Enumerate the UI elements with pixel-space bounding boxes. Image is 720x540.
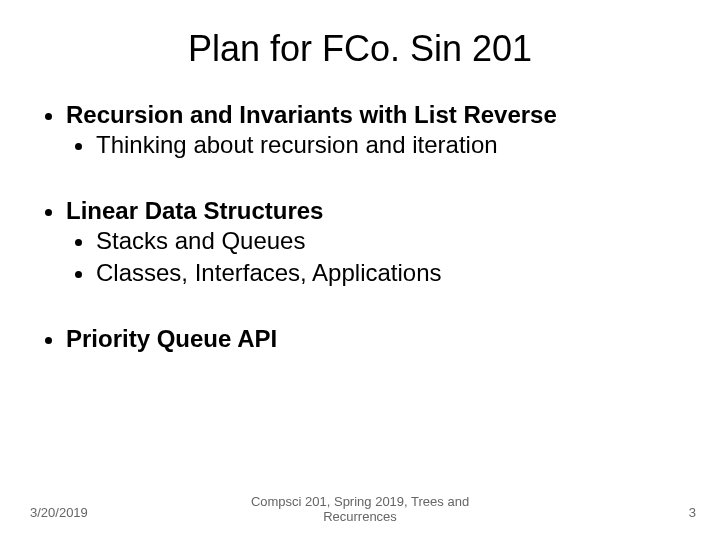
footer-date: 3/20/2019 bbox=[30, 505, 88, 520]
bullet-list: Recursion and Invariants with List Rever… bbox=[38, 100, 682, 354]
footer-center: Compsci 201, Spring 2019, Trees and Recu… bbox=[251, 494, 469, 524]
section-priority-queue: Priority Queue API bbox=[66, 324, 682, 354]
section-heading: Linear Data Structures bbox=[66, 197, 323, 224]
slide-title: Plan for FCo. Sin 201 bbox=[0, 0, 720, 90]
sub-list: Stacks and Queues Classes, Interfaces, A… bbox=[66, 226, 682, 288]
spacer bbox=[66, 294, 682, 324]
sub-list: Thinking about recursion and iteration bbox=[66, 130, 682, 160]
spacer bbox=[66, 166, 682, 196]
sub-item: Classes, Interfaces, Applications bbox=[96, 258, 682, 288]
slide: Plan for FCo. Sin 201 Recursion and Inva… bbox=[0, 0, 720, 540]
section-heading: Priority Queue API bbox=[66, 325, 277, 352]
section-heading: Recursion and Invariants with List Rever… bbox=[66, 101, 557, 128]
footer-page-number: 3 bbox=[689, 505, 696, 520]
section-linear-ds: Linear Data Structures Stacks and Queues… bbox=[66, 196, 682, 288]
sub-item: Thinking about recursion and iteration bbox=[96, 130, 682, 160]
slide-body: Recursion and Invariants with List Rever… bbox=[0, 90, 720, 354]
section-recursion: Recursion and Invariants with List Rever… bbox=[66, 100, 682, 160]
sub-item: Stacks and Queues bbox=[96, 226, 682, 256]
